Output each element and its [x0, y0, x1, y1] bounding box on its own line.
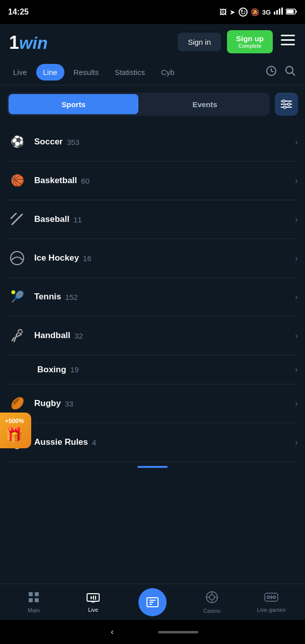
tennis-count: 152 — [65, 293, 78, 301]
svg-line-26 — [17, 335, 21, 337]
live-tv-icon — [87, 592, 100, 605]
svg-rect-0 — [274, 12, 275, 15]
svg-rect-34 — [35, 598, 39, 602]
icehockey-chevron: › — [295, 253, 298, 264]
tennis-icon: 🎾 — [7, 287, 27, 307]
soccer-count: 353 — [67, 138, 80, 146]
photo-icon: 🖼 — [219, 8, 226, 16]
sport-item-rugby[interactable]: 🏉 Rugby 33 › — [7, 384, 298, 423]
svg-point-19 — [288, 103, 290, 106]
boxing-count: 19 — [70, 365, 79, 374]
sport-item-soccer[interactable]: ⚽ Soccer 353 › — [7, 123, 298, 162]
nav-tabs: Live Line Results Statistics Cyb — [0, 59, 305, 86]
network-icon: 3G — [262, 9, 271, 16]
signup-sub: Complete — [236, 43, 264, 49]
status-bar: 14:25 🖼 ➤ ↻ 🔕 3G — [0, 0, 305, 24]
livegames-label: Live-games — [257, 607, 286, 613]
sport-item-basketball[interactable]: 🏀 Basketball 60 › — [7, 162, 298, 200]
handball-icon — [7, 326, 27, 346]
boxing-name: Boxing — [37, 365, 66, 375]
aussie-name: Aussie Rules — [34, 437, 88, 447]
tennis-chevron: › — [295, 292, 298, 302]
sport-item-boxing[interactable]: Boxing 19 › — [7, 355, 298, 384]
nav-livegames[interactable]: Live-games — [242, 588, 301, 617]
sport-item-baseball[interactable]: Baseball 11 › — [7, 200, 298, 239]
signin-button[interactable]: Sign in — [178, 33, 221, 51]
nav-main[interactable]: Main — [4, 587, 63, 617]
handball-count: 32 — [74, 332, 83, 340]
aussie-chevron: › — [295, 437, 298, 448]
tab-statistics[interactable]: Statistics — [108, 64, 152, 80]
svg-rect-31 — [29, 592, 33, 596]
tab-cyber[interactable]: Cyb — [154, 64, 182, 80]
svg-point-18 — [283, 100, 285, 103]
tennis-name: Tennis — [34, 292, 61, 302]
baseball-count: 11 — [73, 215, 82, 224]
svg-point-45 — [209, 595, 214, 600]
history-button[interactable] — [263, 63, 280, 81]
baseball-chevron: › — [295, 214, 298, 225]
navigation-icon: ➤ — [230, 8, 236, 16]
toggle-bar: Sports Events — [0, 86, 305, 123]
events-toggle[interactable]: Events — [140, 93, 270, 116]
svg-rect-2 — [279, 9, 280, 15]
rugby-chevron: › — [295, 398, 298, 409]
nav-casino[interactable]: Casino — [182, 587, 242, 618]
boxing-chevron: › — [295, 364, 298, 375]
tab-line[interactable]: Line — [36, 64, 64, 80]
logo: 1 win — [8, 31, 53, 53]
svg-rect-3 — [281, 8, 283, 15]
battery-icon — [286, 8, 297, 17]
basketball-name: Basketball — [34, 176, 77, 186]
sport-item-aussie[interactable]: Aussie Rules 4 › — [7, 423, 298, 462]
sport-item-tennis[interactable]: 🎾 Tennis 152 › — [7, 278, 298, 316]
nav-center[interactable] — [123, 588, 182, 616]
svg-line-22 — [11, 213, 16, 218]
handball-chevron: › — [295, 331, 298, 341]
home-pill[interactable] — [158, 631, 198, 633]
icehockey-icon — [7, 248, 27, 268]
svg-rect-1 — [276, 10, 278, 15]
baseball-name: Baseball — [34, 214, 69, 224]
svg-line-27 — [12, 338, 14, 341]
svg-point-52 — [273, 596, 276, 598]
back-button[interactable]: ‹ — [107, 623, 117, 640]
status-time: 14:25 — [8, 8, 29, 17]
main-icon — [28, 591, 40, 605]
svg-rect-32 — [35, 592, 39, 596]
svg-line-14 — [292, 72, 295, 75]
sync-icon: ↻ — [239, 8, 248, 17]
header: 1 win Sign in Sign up Complete — [0, 24, 305, 59]
main-label: Main — [28, 607, 40, 613]
tab-live[interactable]: Live — [6, 64, 34, 80]
tab-results[interactable]: Results — [66, 64, 106, 80]
toggle-container: Sports Events — [7, 93, 270, 116]
filter-button[interactable] — [275, 93, 298, 116]
sport-item-icehockey[interactable]: Ice Hockey 16 › — [7, 239, 298, 278]
scroll-indicator — [0, 462, 305, 472]
nav-live[interactable]: Live — [63, 588, 123, 617]
signup-button[interactable]: Sign up Complete — [227, 30, 273, 53]
livegames-icon — [264, 592, 278, 605]
baseball-icon — [7, 209, 27, 229]
aussie-count: 4 — [92, 438, 96, 447]
svg-rect-33 — [29, 598, 33, 602]
sport-list: ⚽ Soccer 353 › 🏀 Basketball 60 › Basebal… — [0, 123, 305, 462]
promo-badge[interactable]: +500% 🎁 — [0, 413, 31, 448]
sports-toggle[interactable]: Sports — [9, 94, 138, 114]
rugby-name: Rugby — [34, 398, 61, 409]
basketball-chevron: › — [295, 176, 298, 186]
bet-button[interactable] — [138, 588, 167, 616]
sport-item-handball[interactable]: Handball 32 › — [7, 316, 298, 355]
svg-point-20 — [284, 106, 286, 109]
menu-button[interactable] — [279, 33, 297, 51]
system-bar: ‹ — [0, 620, 305, 644]
rugby-count: 33 — [65, 399, 73, 408]
icehockey-name: Ice Hockey — [34, 253, 79, 263]
casino-icon — [205, 591, 218, 606]
svg-rect-10 — [281, 39, 295, 41]
bottom-nav: Main Live — [0, 584, 305, 620]
svg-rect-39 — [95, 596, 96, 600]
search-button[interactable] — [282, 63, 299, 81]
icehockey-count: 16 — [83, 254, 92, 263]
